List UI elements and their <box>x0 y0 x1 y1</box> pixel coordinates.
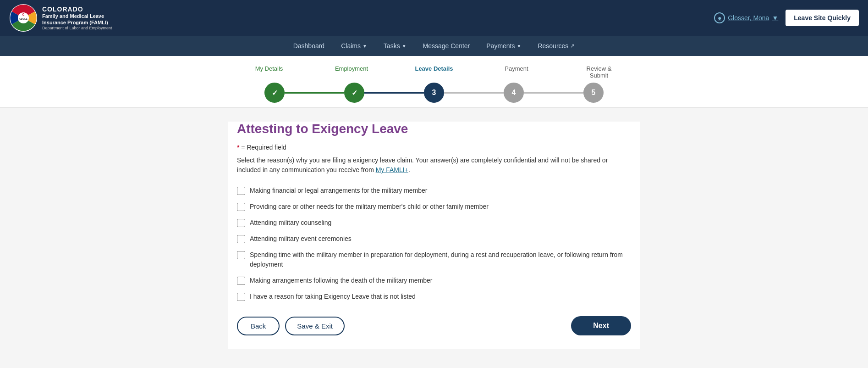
checkbox-cb1[interactable] <box>237 187 245 195</box>
checkbox-label-6[interactable]: Making arrangements following the death … <box>250 276 432 285</box>
leave-site-button[interactable]: Leave Site Quickly <box>786 10 859 26</box>
checkbox-item-5: Spending time with the military member i… <box>237 250 631 269</box>
back-button[interactable]: Back <box>237 317 280 335</box>
user-name: Glosser, Mona <box>728 14 769 22</box>
checkbox-label-2[interactable]: Providing care or other needs for the mi… <box>250 202 489 212</box>
step-label-2: Employment <box>310 65 393 79</box>
checkbox-cb2[interactable] <box>237 203 245 211</box>
payments-chevron: ▼ <box>517 44 522 49</box>
step-circle-4: 4 <box>504 83 524 103</box>
checkbox-cb7[interactable] <box>237 293 245 301</box>
step-line-2 <box>364 92 424 94</box>
footer-buttons: Back Save & Exit Next <box>237 316 631 349</box>
header-right: ● Glosser, Mona ▼ Leave Site Quickly <box>714 10 859 26</box>
progress-labels: My Details Employment Leave Details Paym… <box>0 65 868 79</box>
next-button[interactable]: Next <box>571 316 631 335</box>
user-icon: ● <box>714 12 725 23</box>
nav-resources[interactable]: Resources ↗ <box>529 36 583 56</box>
state-name: COLORADO <box>42 6 112 13</box>
svg-text:CDOLE: CDOLE <box>19 17 27 20</box>
tasks-chevron: ▼ <box>402 44 407 49</box>
logo-area: C CDOLE COLORADO Family and Medical Leav… <box>9 4 112 32</box>
nav-claims[interactable]: Claims ▼ <box>333 36 375 56</box>
checkbox-item-4: Attending military event ceremonies <box>237 234 631 244</box>
step-line-4 <box>524 92 583 94</box>
checkbox-label-4[interactable]: Attending military event ceremonies <box>250 234 352 244</box>
checkbox-item-1: Making financial or legal arrangements f… <box>237 186 631 195</box>
progress-track: ✓ ✓ 3 4 5 <box>0 83 868 103</box>
step-circle-1: ✓ <box>264 83 285 103</box>
resources-external-icon: ↗ <box>570 43 575 49</box>
step-circle-5: 5 <box>583 83 604 103</box>
checkbox-cb6[interactable] <box>237 277 245 285</box>
checkbox-label-5[interactable]: Spending time with the military member i… <box>250 250 631 269</box>
step-label-5: Review &Submit <box>558 65 640 79</box>
step-line-1 <box>285 92 344 94</box>
checkbox-cb5[interactable] <box>237 251 245 259</box>
checkbox-item-3: Attending military counseling <box>237 218 631 228</box>
logo-text: COLORADO Family and Medical Leave Insura… <box>42 6 112 31</box>
checkbox-group: Making financial or legal arrangements f… <box>237 186 631 301</box>
nav-dashboard[interactable]: Dashboard <box>285 36 333 56</box>
user-menu[interactable]: ● Glosser, Mona ▼ <box>714 12 778 23</box>
main-nav: Dashboard Claims ▼ Tasks ▼ Message Cente… <box>0 36 868 56</box>
left-buttons: Back Save & Exit <box>237 317 345 335</box>
step-circle-3: 3 <box>424 83 444 103</box>
famli-link[interactable]: My FAMLI+ <box>376 166 408 173</box>
claims-chevron: ▼ <box>363 44 367 49</box>
checkbox-item-6: Making arrangements following the death … <box>237 276 631 285</box>
checkbox-cb4[interactable] <box>237 235 245 243</box>
dept-name: Department of Labor and Employment <box>42 26 112 30</box>
checkbox-label-7[interactable]: I have a reason for taking Exigency Leav… <box>250 292 416 301</box>
form-description: Select the reason(s) why you are filing … <box>237 156 631 175</box>
checkbox-label-3[interactable]: Attending military counseling <box>250 218 331 228</box>
checkbox-item-7: I have a reason for taking Exigency Leav… <box>237 292 631 301</box>
required-star: * <box>237 144 239 151</box>
step-line-3 <box>444 92 504 94</box>
user-dropdown-chevron: ▼ <box>772 14 778 22</box>
right-buttons: Next <box>571 316 631 335</box>
main-content: Attesting to Exigency Leave * = Required… <box>228 122 640 349</box>
step-label-3: Leave Details <box>393 65 475 79</box>
checkbox-label-1[interactable]: Making financial or legal arrangements f… <box>250 186 428 195</box>
progress-section: My Details Employment Leave Details Paym… <box>0 56 868 108</box>
checkbox-item-2: Providing care or other needs for the mi… <box>237 202 631 212</box>
step-label-1: My Details <box>228 65 310 79</box>
step-label-4: Payment <box>475 65 558 79</box>
page-title: Attesting to Exigency Leave <box>237 122 631 136</box>
nav-payments[interactable]: Payments ▼ <box>478 36 529 56</box>
save-exit-button[interactable]: Save & Exit <box>285 317 345 335</box>
checkbox-cb3[interactable] <box>237 219 245 227</box>
top-header: C CDOLE COLORADO Family and Medical Leav… <box>0 0 868 36</box>
nav-message-center[interactable]: Message Center <box>415 36 478 56</box>
step-circle-2: ✓ <box>344 83 364 103</box>
colorado-logo: C CDOLE <box>9 4 38 32</box>
svg-text:C: C <box>22 13 24 16</box>
program-name: Family and Medical Leave Insurance Progr… <box>42 13 112 26</box>
required-note: * = Required field <box>237 144 631 151</box>
nav-tasks[interactable]: Tasks ▼ <box>375 36 415 56</box>
